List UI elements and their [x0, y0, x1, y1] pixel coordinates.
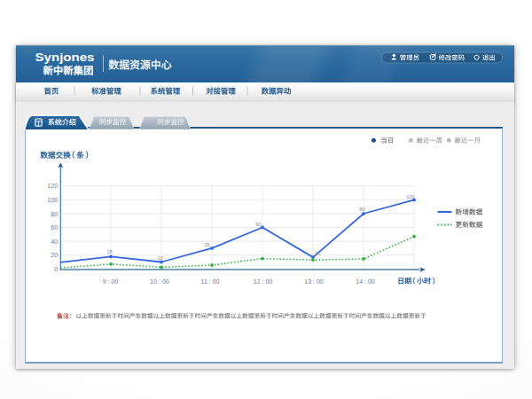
svg-text:12 : 00: 12 : 00: [254, 278, 273, 285]
svg-text:60: 60: [51, 223, 58, 231]
svg-text:10 : 00: 10 : 00: [150, 278, 169, 285]
svg-text:Synjones: Synjones: [35, 51, 95, 64]
svg-text:60: 60: [256, 222, 262, 227]
svg-text:9 : 00: 9 : 00: [103, 278, 119, 285]
svg-text:40: 40: [51, 238, 58, 246]
svg-text:100: 100: [47, 196, 58, 204]
svg-text:18: 18: [107, 249, 113, 254]
svg-text:80: 80: [51, 210, 58, 218]
svg-text:10: 10: [158, 255, 163, 261]
svg-text:20: 20: [51, 251, 58, 259]
svg-text:13 : 00: 13 : 00: [304, 278, 324, 285]
svg-text:0: 0: [54, 265, 58, 273]
svg-text:80: 80: [360, 207, 365, 212]
svg-text:120: 120: [47, 182, 58, 190]
svg-text:14 : 00: 14 : 00: [356, 278, 375, 285]
svg-text:100: 100: [407, 194, 415, 200]
svg-text:15: 15: [316, 251, 321, 256]
svg-text:11 : 00: 11 : 00: [201, 278, 220, 285]
svg-text:35: 35: [205, 242, 210, 247]
